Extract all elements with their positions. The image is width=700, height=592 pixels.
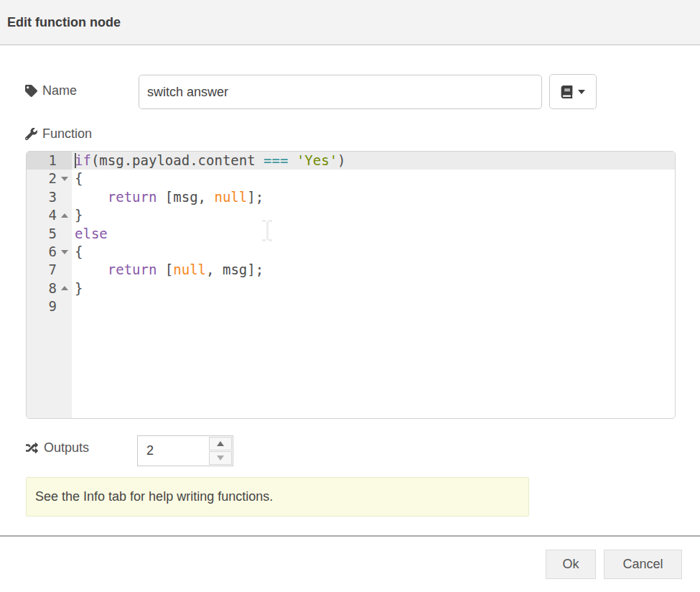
dialog-header: Edit function node <box>0 0 700 45</box>
line-number-cell: 1 <box>27 152 72 170</box>
name-input[interactable] <box>139 75 542 109</box>
line-number-cell: 7 <box>27 261 72 279</box>
edit-function-node-dialog: Edit function node Name Function 1if(msg… <box>0 0 700 592</box>
fold-up-icon[interactable] <box>61 213 68 218</box>
line-number-cell: 2 <box>27 170 72 188</box>
name-label-text: Name <box>42 83 77 98</box>
outputs-label: Outputs <box>25 440 89 455</box>
code-line-text: return [null, msg]; <box>72 261 675 279</box>
editor-line[interactable]: 7 return [null, msg]; <box>27 261 675 279</box>
wrench-icon <box>25 128 37 140</box>
line-number-cell: 6 <box>27 243 72 261</box>
outputs-label-text: Outputs <box>44 440 89 455</box>
arrow-down-icon <box>217 455 224 461</box>
editor-lines: 1if(msg.payload.content === 'Yes')2{3 re… <box>27 152 675 316</box>
text-caret <box>75 153 76 168</box>
spinner-buttons <box>208 436 233 466</box>
code-line-text: } <box>72 206 675 224</box>
editor-line[interactable]: 9 <box>27 297 675 315</box>
info-tip-text: See the Info tab for help writing functi… <box>35 489 273 504</box>
outputs-spinner[interactable]: 2 <box>137 435 233 466</box>
spinner-up-button[interactable] <box>209 437 232 450</box>
tag-icon <box>25 85 37 97</box>
outputs-value[interactable]: 2 <box>146 436 154 466</box>
editor-line[interactable]: 4} <box>27 206 675 224</box>
code-line-text: return [msg, null]; <box>72 188 675 206</box>
name-label: Name <box>25 83 77 98</box>
fold-down-icon[interactable] <box>61 250 68 254</box>
code-line-text: { <box>72 170 675 188</box>
footer-divider <box>0 535 700 537</box>
line-number-cell: 3 <box>27 188 72 206</box>
spinner-down-button[interactable] <box>209 451 232 465</box>
editor-line[interactable]: 8} <box>27 279 675 297</box>
line-number-cell: 5 <box>27 225 72 243</box>
function-label-text: Function <box>42 126 92 142</box>
function-label: Function <box>25 126 92 142</box>
library-button[interactable] <box>549 74 597 109</box>
shuffle-icon <box>25 442 39 454</box>
editor-line[interactable]: 1if(msg.payload.content === 'Yes') <box>27 152 675 170</box>
dialog-title: Edit function node <box>7 0 121 45</box>
ok-button[interactable]: Ok <box>546 550 596 579</box>
editor-line[interactable]: 3 return [msg, null]; <box>27 188 675 206</box>
info-tip-box: See the Info tab for help writing functi… <box>26 477 529 517</box>
code-line-text: if(msg.payload.content === 'Yes') <box>72 152 675 170</box>
code-line-text: else <box>72 225 675 243</box>
line-number-cell: 4 <box>27 206 72 224</box>
arrow-up-icon <box>217 441 224 446</box>
line-number-cell: 9 <box>27 297 72 315</box>
cancel-button[interactable]: Cancel <box>604 550 682 579</box>
fold-down-icon[interactable] <box>61 177 68 181</box>
code-editor[interactable]: 1if(msg.payload.content === 'Yes')2{3 re… <box>26 151 676 419</box>
caret-down-icon <box>578 90 585 94</box>
editor-line[interactable]: 5else <box>27 225 675 243</box>
line-number-cell: 8 <box>27 279 72 297</box>
code-line-text: { <box>72 243 675 261</box>
editor-line[interactable]: 6{ <box>27 243 675 261</box>
code-line-text: } <box>72 279 675 297</box>
book-icon <box>561 85 573 98</box>
editor-line[interactable]: 2{ <box>27 170 675 188</box>
fold-up-icon[interactable] <box>61 286 68 290</box>
